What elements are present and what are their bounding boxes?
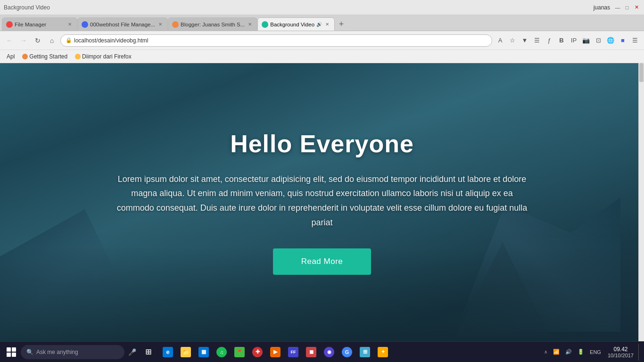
tab-close-4[interactable]: ✕: [324, 21, 330, 28]
tab-favicon-1: [6, 21, 13, 28]
translate-icon[interactable]: A: [495, 35, 505, 46]
bookmarks-bar: Apl Getting Started Diimpor dari Firefox: [0, 50, 644, 63]
page-heading: Hello Everyone: [230, 130, 414, 158]
tab-file-manager[interactable]: File Manager ✕: [2, 17, 77, 31]
tab-label-2: 000webhost File Manage...: [90, 22, 155, 27]
tab-close-1[interactable]: ✕: [66, 21, 73, 28]
reload-button[interactable]: ↻: [32, 35, 43, 46]
task-view-icon: ⊞: [143, 347, 153, 357]
page-description: Lorem ipsum dolor sit amet, consectetur …: [115, 172, 529, 230]
taskbar-app11-icon[interactable]: ◼: [303, 344, 320, 361]
toolbar-extra-5[interactable]: 🌐: [605, 35, 616, 46]
taskbar-maps-icon[interactable]: 📍: [231, 344, 248, 361]
taskbar-chrome-icon[interactable]: G: [339, 344, 355, 361]
menu-button[interactable]: ☰: [630, 35, 640, 46]
tray-language: ENG: [588, 349, 603, 355]
taskbar-app14-icon[interactable]: ⊞: [356, 344, 373, 361]
taskbar: 🔍 Ask me anything 🎤 ⊞ e 📁 ▦ ♫ 📍: [0, 341, 644, 362]
page-overlay: Hello Everyone Lorem ipsum dolor sit ame…: [0, 63, 644, 341]
title-bar: Background Video juanas — □ ✕: [0, 0, 644, 15]
url-input[interactable]: 🔒 localhost/desain/videobg.html: [60, 34, 492, 47]
tray-expand-button[interactable]: ∧: [542, 348, 549, 355]
bookmark-diimpor-label: Diimpor dari Firefox: [82, 53, 132, 60]
taskbar-explorer-icon[interactable]: 📁: [177, 344, 194, 361]
close-button[interactable]: ✕: [633, 4, 640, 11]
read-more-button[interactable]: Read More: [273, 248, 372, 275]
audio-icon: 🔊: [316, 22, 322, 27]
url-text: localhost/desain/videobg.html: [74, 37, 487, 44]
scrollbar[interactable]: [638, 63, 644, 341]
system-clock[interactable]: 09.42 10/10/2017: [605, 346, 636, 358]
minimize-button[interactable]: —: [614, 4, 621, 11]
taskbar-spotify-icon[interactable]: ♫: [213, 344, 230, 361]
tab-background-video[interactable]: Background Video 🔊 ✕: [257, 17, 335, 31]
back-button[interactable]: ←: [4, 35, 15, 46]
search-placeholder: Ask me anything: [36, 349, 78, 355]
tab-favicon-2: [82, 21, 88, 28]
pocket-icon[interactable]: ☰: [532, 35, 542, 46]
tab-label-1: File Manager: [15, 22, 65, 27]
tabs-bar: File Manager ✕ 000webhost File Manage...…: [0, 15, 644, 31]
tab-webhost[interactable]: 000webhost File Manage... ✕: [77, 17, 168, 31]
tray-battery-icon[interactable]: 🔋: [576, 347, 586, 357]
task-view-button[interactable]: ⊞: [140, 344, 157, 361]
address-bar: ← → ↻ ⌂ 🔒 localhost/desain/videobg.html …: [0, 31, 644, 50]
tab-label-3: Blogger: Juanas Smith S...: [181, 22, 245, 27]
toolbar-extra-1[interactable]: B: [556, 35, 567, 46]
taskbar-app12-icon[interactable]: ◉: [321, 344, 338, 361]
tab-close-2[interactable]: ✕: [157, 21, 164, 28]
taskbar-app9-icon[interactable]: ▶: [267, 344, 284, 361]
bookmark-firefox-icon: [22, 54, 28, 59]
toolbar-extra-2[interactable]: IP: [569, 35, 579, 46]
browser-window: Background Video juanas — □ ✕ File Manag…: [0, 0, 644, 362]
tab-favicon-3: [172, 21, 179, 28]
title-bar-left: Background Video: [4, 4, 594, 11]
bookmark-apl[interactable]: Apl: [4, 52, 17, 61]
taskbar-apps: e 📁 ▦ ♫ 📍 ✚ ▶ FF ◼: [159, 344, 391, 361]
taskbar-app10-icon[interactable]: FF: [285, 344, 302, 361]
microphone-button[interactable]: 🎤: [125, 346, 139, 359]
forward-button[interactable]: →: [18, 35, 29, 46]
scrollbar-thumb[interactable]: [639, 63, 644, 82]
taskbar-edge-icon[interactable]: e: [159, 344, 176, 361]
new-tab-button[interactable]: +: [335, 17, 348, 31]
tray-network-icon[interactable]: 📶: [551, 347, 561, 357]
active-tab-title: Background Video: [4, 4, 50, 11]
maximize-button[interactable]: □: [623, 4, 631, 11]
home-button[interactable]: ⌂: [46, 35, 58, 46]
window-controls: — □ ✕: [614, 4, 640, 11]
toolbar-icons: A ☆ ▼ ☰ ƒ B IP 📷 ⊡ 🌐 ■ ☰: [495, 35, 640, 46]
lock-icon: 🔒: [66, 37, 72, 43]
toolbar-extra-6[interactable]: ■: [618, 35, 628, 46]
tab-close-3[interactable]: ✕: [247, 21, 253, 28]
start-button[interactable]: [3, 344, 20, 361]
toolbar-extra-3[interactable]: 📷: [581, 35, 591, 46]
show-desktop-button[interactable]: [638, 344, 641, 361]
tab-blogger[interactable]: Blogger: Juanas Smith S... ✕: [168, 17, 257, 31]
clock-time: 09.42: [613, 346, 627, 353]
reading-view-icon[interactable]: ▼: [520, 35, 530, 46]
clock-date: 10/10/2017: [608, 353, 634, 358]
bookmark-getting-started-label: Getting Started: [29, 53, 67, 60]
search-icon: 🔍: [26, 349, 33, 355]
toolbar-extra-4[interactable]: ⊡: [593, 35, 603, 46]
tab-favicon-4: [262, 21, 268, 28]
tab-label-4: Background Video: [270, 22, 314, 27]
tray-sound-icon[interactable]: 🔊: [563, 347, 574, 357]
firefoxaccount-icon[interactable]: ƒ: [544, 35, 554, 46]
windows-logo-icon: [7, 347, 16, 357]
system-tray: ∧ 📶 🔊 🔋 ENG 09.42 10/10/2017: [542, 344, 641, 361]
bookmark-apl-label: Apl: [7, 53, 15, 60]
bookmark-folder-icon: [75, 54, 81, 59]
username-label: juanas: [594, 4, 610, 11]
taskbar-app15-icon[interactable]: ✦: [374, 344, 391, 361]
cortana-search-bar[interactable]: 🔍 Ask me anything: [21, 345, 124, 359]
taskbar-app8-icon[interactable]: ✚: [249, 344, 266, 361]
bookmark-star-icon[interactable]: ☆: [507, 35, 518, 46]
taskbar-store-icon[interactable]: ▦: [195, 344, 212, 361]
bookmark-diimpor[interactable]: Diimpor dari Firefox: [72, 52, 134, 61]
page-content: Hello Everyone Lorem ipsum dolor sit ame…: [0, 63, 644, 341]
bookmark-getting-started[interactable]: Getting Started: [19, 52, 70, 61]
